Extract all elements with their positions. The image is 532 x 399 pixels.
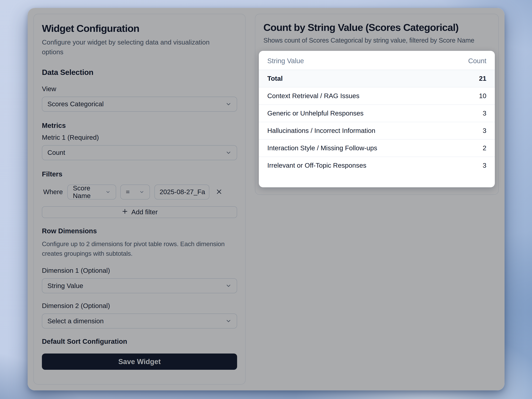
dimension2-label: Dimension 2 (Optional) xyxy=(42,302,237,310)
remove-filter-button[interactable] xyxy=(214,187,224,197)
table-cell-string-value: Irrelevant or Off-Topic Responses xyxy=(267,162,366,169)
metric1-label: Metric 1 (Required) xyxy=(42,134,237,141)
metrics-heading: Metrics xyxy=(42,122,237,129)
filter-row: Where Score Name = 2025-08-27_Fa xyxy=(42,185,237,200)
page-subtitle: Configure your widget by selecting data … xyxy=(42,37,221,57)
column-header-string-value: String Value xyxy=(267,57,304,65)
view-select-value: Scores Categorical xyxy=(47,100,104,108)
table-cell-string-value: Context Retrieval / RAG Issues xyxy=(267,92,359,100)
filter-value-input[interactable]: 2025-08-27_Fa xyxy=(154,185,209,200)
table-cell-count: 10 xyxy=(479,92,486,100)
table-cell-string-value: Total xyxy=(267,75,283,82)
table-row: Hallucinations / Incorrect Information 3 xyxy=(259,122,495,139)
chevron-down-icon xyxy=(139,189,144,195)
table-row: Interaction Style / Missing Follow-ups 2 xyxy=(259,139,495,157)
filters-heading: Filters xyxy=(42,170,237,178)
row-dimensions-help: Configure up to 2 dimensions for pivot t… xyxy=(42,239,237,258)
plus-icon xyxy=(121,208,128,217)
close-icon xyxy=(215,188,223,196)
chevron-down-icon xyxy=(225,283,232,289)
table-row: Generic or Unhelpful Responses 3 xyxy=(259,104,495,122)
filter-operator-value: = xyxy=(126,188,130,196)
save-widget-button[interactable]: Save Widget xyxy=(42,354,237,370)
column-header-count: Count xyxy=(468,57,486,65)
data-selection-heading: Data Selection xyxy=(42,68,237,77)
table-header-row: String Value Count xyxy=(259,51,495,70)
chevron-down-icon xyxy=(225,150,232,156)
table-cell-count: 21 xyxy=(479,75,486,82)
table-body: Total 21 Context Retrieval / RAG Issues … xyxy=(259,70,495,174)
filter-operator-select[interactable]: = xyxy=(120,185,150,200)
add-filter-label: Add filter xyxy=(131,208,158,216)
table-cell-string-value: Generic or Unhelpful Responses xyxy=(267,109,364,117)
table-row: Irrelevant or Off-Topic Responses 3 xyxy=(259,157,495,174)
filter-where-label: Where xyxy=(43,188,63,196)
filter-column-select[interactable]: Score Name xyxy=(67,185,116,200)
preview-subtitle: Shows count of Scores Categorical by str… xyxy=(263,37,490,44)
table-row: Total 21 xyxy=(259,70,495,87)
table-cell-count: 2 xyxy=(483,144,486,152)
chevron-down-icon xyxy=(225,318,232,324)
chevron-down-icon xyxy=(105,189,111,195)
metric1-select[interactable]: Count xyxy=(42,145,237,160)
metric1-select-value: Count xyxy=(47,149,65,156)
filter-column-value: Score Name xyxy=(73,184,102,200)
table-cell-count: 3 xyxy=(483,109,486,117)
preview-title: Count by String Value (Scores Categorica… xyxy=(263,22,490,33)
dimension1-select-value: String Value xyxy=(47,282,83,290)
widget-configuration-card: Widget Configuration Configure your widg… xyxy=(33,14,246,385)
dimension1-label: Dimension 1 (Optional) xyxy=(42,267,237,274)
widget-configuration-dialog: Widget Configuration Configure your widg… xyxy=(28,8,505,390)
dimension1-select[interactable]: String Value xyxy=(42,278,237,293)
table-cell-string-value: Hallucinations / Incorrect Information xyxy=(267,127,375,135)
add-filter-button[interactable]: Add filter xyxy=(42,206,237,218)
default-sort-heading: Default Sort Configuration xyxy=(42,338,237,345)
table-row: Context Retrieval / RAG Issues 10 xyxy=(259,87,495,104)
page-title: Widget Configuration xyxy=(42,23,237,34)
dimension2-select-value: Select a dimension xyxy=(47,317,104,325)
pivot-table: String Value Count Total 21 Context Retr… xyxy=(259,51,495,187)
table-cell-string-value: Interaction Style / Missing Follow-ups xyxy=(267,144,377,152)
widget-preview-card: Count by String Value (Scores Categorica… xyxy=(255,14,499,195)
row-dimensions-heading: Row Dimensions xyxy=(42,227,237,235)
chevron-down-icon xyxy=(225,101,232,107)
view-select[interactable]: Scores Categorical xyxy=(42,97,237,112)
table-cell-count: 3 xyxy=(483,162,486,169)
dimension2-select[interactable]: Select a dimension xyxy=(42,314,237,328)
view-label: View xyxy=(42,85,237,93)
table-cell-count: 3 xyxy=(483,127,486,135)
